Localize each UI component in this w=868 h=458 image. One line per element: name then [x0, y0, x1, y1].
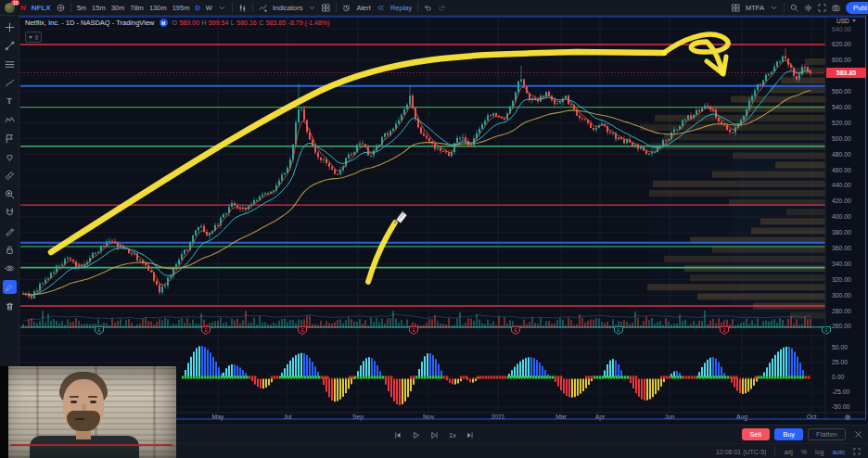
timeframe-1w[interactable]: W	[206, 4, 212, 12]
multichart-layout-icon[interactable]	[732, 4, 740, 12]
fib-tool[interactable]	[2, 55, 17, 73]
draw-tool[interactable]	[2, 222, 17, 240]
screenshot-icon[interactable]	[832, 4, 840, 12]
timeframe-menu-icon[interactable]	[218, 4, 226, 12]
trade-buttons: Sell Buy Flatten	[742, 428, 862, 441]
svg-text:540.00: 540.00	[832, 104, 851, 110]
measure-tool[interactable]	[2, 166, 17, 184]
indicators-icon[interactable]	[259, 4, 267, 12]
axis-settings-gear-icon[interactable]	[844, 413, 851, 421]
low-value: 580.16	[236, 19, 256, 26]
chevron-down-icon	[29, 36, 32, 39]
hide-tool[interactable]	[2, 259, 17, 277]
percent-scale-toggle[interactable]: %	[801, 449, 807, 455]
person-beard	[67, 411, 100, 431]
svg-text:E: E	[617, 328, 619, 333]
person-hair	[59, 372, 108, 401]
toolbar-divider	[417, 3, 418, 12]
maximize-icon[interactable]	[853, 448, 861, 455]
trendline-tool[interactable]	[2, 36, 17, 55]
adjust-toggle[interactable]: adj	[784, 449, 792, 455]
timeframe-130m[interactable]: 130m	[149, 4, 167, 12]
redo-icon[interactable]	[438, 4, 446, 12]
compare-layout-icon[interactable]	[322, 4, 330, 12]
symbol-name[interactable]: NFLX	[32, 4, 51, 12]
user-avatar[interactable]: 15	[5, 3, 15, 13]
svg-text:520.00: 520.00	[832, 120, 851, 126]
timeframe-78m[interactable]: 78m	[130, 4, 144, 12]
auto-scale-toggle[interactable]: auto	[832, 449, 845, 455]
marker-tool[interactable]	[3, 280, 17, 294]
toolbar-divider	[70, 3, 71, 12]
emoji-tool[interactable]	[2, 147, 17, 166]
lock-tool[interactable]	[2, 240, 17, 259]
svg-text:420.00: 420.00	[832, 197, 851, 204]
layout-name[interactable]: MTFA	[746, 4, 764, 12]
collapsed-indicators-button[interactable]: 9	[25, 32, 42, 43]
price-chart[interactable]: EEEEEEEE640.00620.00600.00580.00560.0054…	[0, 15, 868, 425]
clock[interactable]: 12:08:01 (UTC-5)	[716, 449, 766, 455]
timeframe-195m[interactable]: 195m	[172, 4, 190, 12]
publish-button[interactable]: Publ	[846, 2, 868, 14]
svg-text:Jul: Jul	[284, 413, 292, 420]
legend-menu-icon[interactable]: M	[160, 19, 168, 27]
indicators-button[interactable]: Indicators	[273, 4, 303, 12]
indicator-templates-icon[interactable]	[308, 4, 316, 12]
svg-text:-25.00: -25.00	[832, 388, 849, 395]
zoom-in-tool[interactable]	[2, 184, 17, 203]
chart-type-icon[interactable]	[238, 4, 247, 12]
forecast-tool[interactable]	[2, 129, 17, 147]
replay-step-forward[interactable]	[430, 431, 439, 439]
replay-jump-start[interactable]	[393, 431, 402, 439]
svg-text:E: E	[97, 328, 100, 333]
timeframe-1d[interactable]: D	[195, 4, 199, 12]
trash-tool[interactable]	[2, 297, 17, 315]
log-scale-toggle[interactable]: log	[815, 449, 823, 455]
symbol-legend[interactable]: Netflix, Inc. - 1D - NASDAQ - TradingVie…	[25, 19, 329, 27]
timeframe-30m[interactable]: 30m	[111, 4, 125, 12]
text-tool[interactable]: T	[2, 92, 17, 110]
svg-text:260.00: 260.00	[832, 323, 851, 329]
alert-button[interactable]: Alert	[356, 4, 370, 12]
replay-button[interactable]: Replay	[390, 4, 412, 12]
svg-text:E: E	[204, 328, 207, 333]
sell-button[interactable]: Sell	[742, 428, 771, 440]
flatten-button[interactable]: Flatten	[808, 428, 846, 441]
replay-play[interactable]	[412, 431, 420, 439]
brush-tool[interactable]	[2, 73, 17, 92]
svg-text:E: E	[514, 328, 517, 333]
last-price-tag: 583.85	[826, 68, 866, 78]
svg-text:340.00: 340.00	[832, 261, 851, 267]
svg-text:400.00: 400.00	[832, 213, 851, 220]
svg-text:640.00: 640.00	[832, 26, 851, 32]
layout-menu-icon[interactable]	[770, 4, 778, 12]
close-icon[interactable]	[854, 430, 862, 439]
svg-text:Mar: Mar	[555, 413, 567, 420]
person-head	[57, 372, 109, 440]
pattern-tool[interactable]	[2, 110, 17, 129]
buy-button[interactable]: Buy	[774, 428, 803, 440]
netflix-logo[interactable]: N	[20, 4, 26, 12]
svg-text:25.00: 25.00	[832, 359, 848, 365]
alert-icon[interactable]	[342, 4, 351, 12]
crosshair-tool[interactable]	[2, 18, 17, 36]
svg-text:500.00: 500.00	[832, 135, 851, 142]
replay-jump-end[interactable]	[466, 431, 475, 439]
high-value: 599.54	[209, 19, 228, 26]
change-value: -8.79 (-1.48%)	[288, 19, 330, 26]
currency-selector[interactable]: USD	[836, 18, 856, 24]
close-value: 583.85	[266, 19, 286, 26]
fullscreen-icon[interactable]	[818, 4, 826, 12]
replay-icon[interactable]	[377, 4, 385, 12]
compare-add-icon[interactable]	[57, 4, 65, 12]
close-label: C	[259, 19, 263, 26]
magnet-tool[interactable]	[2, 203, 17, 222]
timeframe-5m[interactable]: 5m	[77, 4, 86, 12]
replay-speed[interactable]: 1x	[449, 432, 455, 439]
toolbar-right-group: MTFAPubl	[732, 2, 863, 14]
settings-icon[interactable]	[804, 4, 812, 12]
timeframe-15m[interactable]: 15m	[92, 4, 106, 12]
svg-text:E: E	[300, 328, 303, 333]
undo-icon[interactable]	[424, 4, 432, 12]
search-icon[interactable]	[790, 4, 798, 12]
